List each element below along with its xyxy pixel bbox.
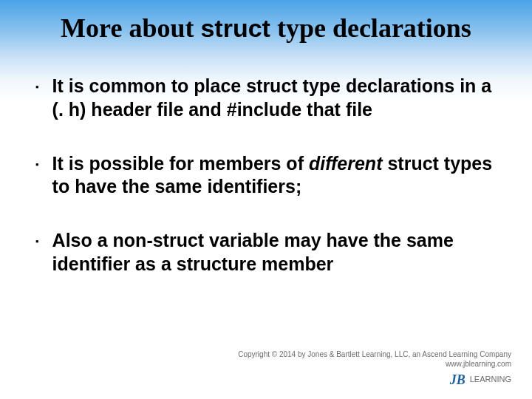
list-item: ▪ It is possible for members of differen… bbox=[35, 152, 497, 199]
bullet-text: It is possible for members of different … bbox=[52, 152, 497, 199]
bullet-list: ▪ It is common to place struct type decl… bbox=[35, 75, 497, 276]
list-item: ▪ Also a non-struct variable may have th… bbox=[35, 229, 497, 276]
title-post: type declarations bbox=[270, 13, 471, 43]
bullet-icon: ▪ bbox=[35, 159, 39, 171]
footer: Copyright © 2014 by Jones & Bartlett Lea… bbox=[238, 349, 511, 389]
bullet-text: It is common to place struct type declar… bbox=[52, 75, 497, 121]
brand-text: LEARNING bbox=[470, 374, 511, 385]
title-pre: More about bbox=[61, 13, 200, 43]
brand-logo: JB LEARNING bbox=[450, 371, 511, 389]
brand-initials: JB bbox=[450, 371, 466, 389]
bullet-icon: ▪ bbox=[35, 236, 39, 248]
list-item: ▪ It is common to place struct type decl… bbox=[35, 75, 497, 121]
bullet-text: Also a non-struct variable may have the … bbox=[52, 229, 497, 276]
title-code: struct bbox=[200, 14, 270, 42]
footer-url: www.jblearning.com bbox=[238, 359, 511, 369]
copyright-text: Copyright © 2014 by Jones & Bartlett Lea… bbox=[238, 349, 511, 360]
slide-title: More about struct type declarations bbox=[0, 0, 532, 44]
slide: More about struct type declarations ▪ It… bbox=[0, 0, 532, 399]
bullet-icon: ▪ bbox=[35, 81, 39, 93]
